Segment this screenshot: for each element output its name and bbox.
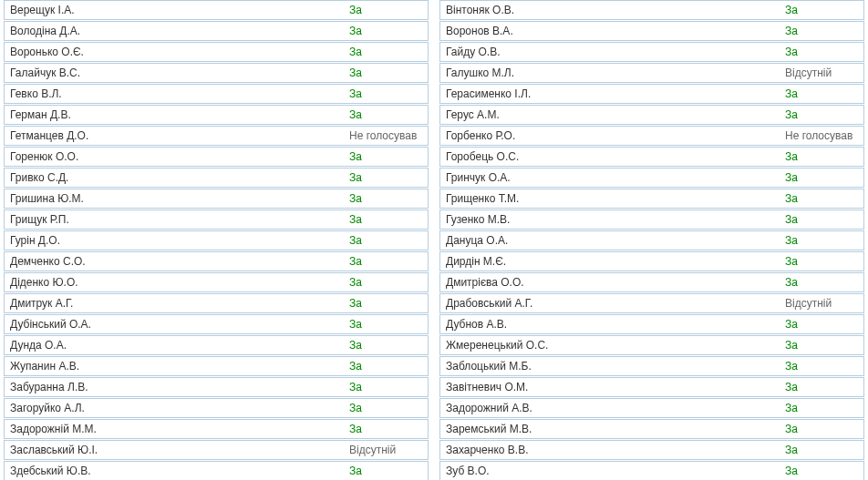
vote-value: За xyxy=(344,297,428,310)
vote-value: За xyxy=(344,276,428,289)
deputy-name: Задорожний А.В. xyxy=(440,402,780,414)
deputy-name: Заславський Ю.І. xyxy=(5,444,344,456)
deputy-name: Заблоцький М.Б. xyxy=(440,360,780,373)
vote-value: За xyxy=(780,213,863,226)
vote-row: Воронов В.А.За xyxy=(439,21,864,41)
vote-row: Гринчук О.А.За xyxy=(439,168,864,188)
vote-row: Володіна Д.А.За xyxy=(4,21,429,41)
deputy-name: Гузенко М.В. xyxy=(440,213,780,226)
vote-row: Дубінський О.А.За xyxy=(4,314,429,334)
deputy-name: Горбенко Р.О. xyxy=(440,129,780,142)
vote-value: Відсутній xyxy=(344,444,428,456)
vote-row: Гривко С.Д.За xyxy=(4,168,429,188)
deputy-name: Жмеренецький О.С. xyxy=(440,339,780,352)
vote-row: Герасименко І.Л.За xyxy=(439,84,864,104)
vote-row: Галушко М.Л.Відсутній xyxy=(439,63,864,83)
vote-row: Воронько О.Є.За xyxy=(4,42,429,62)
vote-row: Загоруйко А.Л.За xyxy=(4,398,429,418)
vote-row: Верещук І.А.За xyxy=(4,0,429,20)
vote-row: Дмитрук А.Г.За xyxy=(4,293,429,313)
vote-value: За xyxy=(780,108,863,121)
vote-value: За xyxy=(344,318,428,331)
deputy-name: Гришина Ю.М. xyxy=(5,192,344,205)
deputy-name: Воронов В.А. xyxy=(440,25,780,37)
vote-row: Гайду О.В.За xyxy=(439,42,864,62)
vote-row: Зуб В.О.За xyxy=(439,461,864,480)
deputy-name: Гурін Д.О. xyxy=(5,234,344,247)
vote-row: Демченко С.О.За xyxy=(4,251,429,271)
vote-value: За xyxy=(780,234,863,247)
deputy-name: Гривко С.Д. xyxy=(5,171,344,184)
vote-value: За xyxy=(780,339,863,352)
vote-value: За xyxy=(780,171,863,184)
vote-row: Заблоцький М.Б.За xyxy=(439,356,864,376)
vote-value: За xyxy=(780,402,863,414)
vote-value: За xyxy=(344,213,428,226)
vote-row: Заремський М.В.За xyxy=(439,419,864,439)
vote-row: Захарченко В.В.За xyxy=(439,440,864,460)
vote-row: Горенюк О.О.За xyxy=(4,147,429,167)
vote-row: Гевко В.Л.За xyxy=(4,84,429,104)
vote-value: За xyxy=(344,381,428,393)
deputy-name: Грищук Р.П. xyxy=(5,213,344,226)
vote-value: За xyxy=(780,150,863,163)
deputy-name: Демченко С.О. xyxy=(5,255,344,268)
vote-row: Жмеренецький О.С.За xyxy=(439,335,864,355)
vote-row: Драбовський А.Г.Відсутній xyxy=(439,293,864,313)
vote-row: Грищенко Т.М.За xyxy=(439,189,864,209)
vote-row: Дунда О.А.За xyxy=(4,335,429,355)
vote-value: Відсутній xyxy=(780,66,863,79)
deputy-name: Грищенко Т.М. xyxy=(440,192,780,205)
vote-row: Забуранна Л.В.За xyxy=(4,377,429,397)
deputy-name: Воронько О.Є. xyxy=(5,46,344,58)
vote-value: За xyxy=(780,25,863,37)
vote-value: За xyxy=(780,276,863,289)
vote-value: За xyxy=(344,4,428,16)
vote-row: Дирдін М.Є.За xyxy=(439,251,864,271)
vote-value: За xyxy=(344,192,428,205)
deputy-name: Завітневич О.М. xyxy=(440,381,780,393)
vote-row: Вінтоняк О.В.За xyxy=(439,0,864,20)
vote-value: За xyxy=(344,108,428,121)
deputy-name: Герасименко І.Л. xyxy=(440,87,780,100)
vote-value: За xyxy=(780,360,863,373)
vote-row: Горобець О.С.За xyxy=(439,147,864,167)
deputy-name: Галайчук В.С. xyxy=(5,66,344,79)
vote-row: Жупанин А.В.За xyxy=(4,356,429,376)
vote-value: Відсутній xyxy=(780,297,863,310)
deputy-name: Захарченко В.В. xyxy=(440,444,780,456)
deputy-name: Драбовський А.Г. xyxy=(440,297,780,310)
deputy-name: Дубінський О.А. xyxy=(5,318,344,331)
vote-row: Гетманцев Д.О.Не голосував xyxy=(4,126,429,146)
vote-row: Заславський Ю.І.Відсутній xyxy=(4,440,429,460)
vote-row: Гурін Д.О.За xyxy=(4,230,429,250)
vote-row: Дануца О.А.За xyxy=(439,230,864,250)
deputy-name: Забуранна Л.В. xyxy=(5,381,344,393)
deputy-name: Задорожній М.М. xyxy=(5,423,344,435)
vote-value: За xyxy=(344,465,428,477)
vote-value: За xyxy=(780,4,863,16)
deputy-name: Вінтоняк О.В. xyxy=(440,4,780,16)
vote-row: Діденко Ю.О.За xyxy=(4,272,429,292)
deputy-name: Гринчук О.А. xyxy=(440,171,780,184)
vote-value: За xyxy=(344,360,428,373)
vote-row: Гришина Ю.М.За xyxy=(4,189,429,209)
vote-column-left: Верещук І.А.ЗаВолодіна Д.А.ЗаВоронько О.… xyxy=(4,0,434,480)
vote-value: Не голосував xyxy=(780,129,863,142)
deputy-name: Дунда О.А. xyxy=(5,339,344,352)
vote-row: Горбенко Р.О.Не голосував xyxy=(439,126,864,146)
vote-value: Не голосував xyxy=(344,129,428,142)
deputy-name: Галушко М.Л. xyxy=(440,66,780,79)
vote-row: Галайчук В.С.За xyxy=(4,63,429,83)
vote-row: Герус А.М.За xyxy=(439,105,864,125)
vote-row: Дубнов А.В.За xyxy=(439,314,864,334)
vote-value: За xyxy=(344,171,428,184)
vote-row: Задорожній М.М.За xyxy=(4,419,429,439)
vote-value: За xyxy=(344,402,428,414)
deputy-name: Герман Д.В. xyxy=(5,108,344,121)
vote-value: За xyxy=(780,255,863,268)
deputy-name: Діденко Ю.О. xyxy=(5,276,344,289)
deputy-name: Заремський М.В. xyxy=(440,423,780,435)
vote-value: За xyxy=(344,25,428,37)
vote-value: За xyxy=(780,465,863,477)
